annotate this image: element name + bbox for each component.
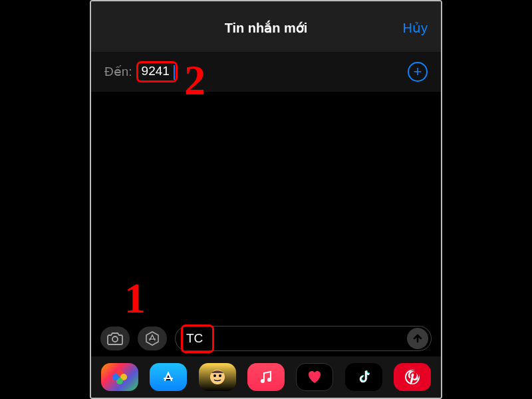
page-title: Tin nhắn mới [225, 20, 308, 36]
messages-new-message-screen: Tin nhắn mới Hủy Đến: 9241 + 2 1 [90, 0, 442, 399]
svg-point-6 [213, 374, 216, 377]
message-input[interactable]: TC [175, 326, 432, 351]
cancel-button[interactable]: Hủy [403, 20, 428, 36]
camera-icon [107, 332, 123, 345]
to-label: Đến: [104, 64, 132, 79]
text-cursor [174, 65, 175, 80]
svg-point-8 [261, 379, 265, 383]
app-music[interactable] [247, 363, 285, 391]
tiktok-icon [356, 369, 371, 385]
app-photos[interactable] [101, 363, 138, 391]
app-tiktok[interactable] [345, 363, 382, 391]
memoji-icon [207, 367, 227, 387]
send-button[interactable] [407, 328, 428, 349]
recipient-input[interactable]: 9241 [139, 63, 172, 79]
app-appstore[interactable] [150, 363, 187, 391]
camera-button[interactable] [100, 327, 130, 350]
svg-point-4 [112, 374, 119, 380]
photos-icon [110, 368, 129, 386]
app-memoji[interactable] [199, 363, 236, 391]
add-recipient-button[interactable]: + [408, 62, 428, 82]
music-icon [259, 370, 273, 384]
message-input-value: TC [186, 331, 407, 346]
compose-row: TC [91, 319, 441, 358]
appstore-a-icon [160, 369, 176, 385]
arrow-up-icon [412, 333, 423, 344]
app-drawer-button[interactable] [138, 327, 167, 350]
plus-icon: + [414, 65, 422, 79]
svg-point-7 [219, 374, 221, 377]
appstore-icon [144, 331, 160, 346]
header: Tin nhắn mới Hủy [91, 1, 441, 52]
pinterest-icon [404, 369, 420, 385]
annotation-step-1: 1 [124, 274, 146, 323]
heart-icon [306, 369, 323, 385]
app-fitness[interactable] [296, 363, 333, 391]
app-pinterest[interactable] [394, 363, 431, 391]
svg-point-0 [112, 336, 118, 342]
svg-point-9 [267, 378, 271, 382]
recipient-row[interactable]: Đến: 9241 + [91, 52, 441, 92]
app-strip [91, 356, 441, 398]
